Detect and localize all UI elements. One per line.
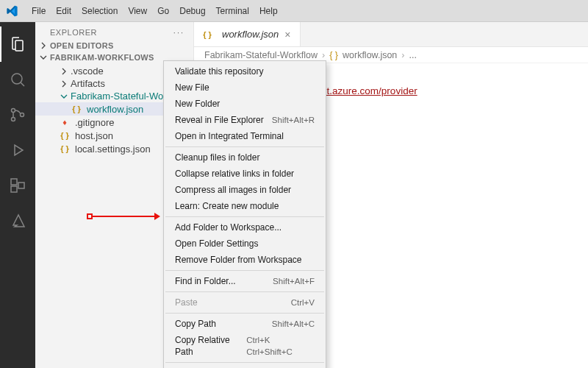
activity-explorer-icon[interactable] (0, 26, 35, 62)
context-menu-label: Cleanup files in folder (175, 152, 259, 163)
json-file-icon: { } (59, 143, 71, 155)
context-menu-label: Copy Path (175, 318, 216, 330)
json-file-icon: { } (71, 103, 82, 115)
git-file-icon: ♦ (59, 116, 71, 128)
context-menu-item[interactable]: Cleanup files in folder (165, 149, 325, 166)
context-menu-label: Reveal in File Explorer (175, 114, 264, 126)
chevron-right-icon (59, 80, 69, 88)
context-menu-item[interactable]: Remove Folder from Workspace (165, 252, 325, 268)
context-menu-label: New Folder (175, 98, 220, 110)
context-menu-shortcut: Ctrl+K Ctrl+Shift+C (246, 334, 315, 358)
chevron-right-icon (59, 68, 69, 75)
context-menu-item[interactable]: Collapse relative links in folder (165, 166, 325, 182)
context-menu-shortcut: Shift+Alt+C (272, 318, 315, 330)
context-menu-shortcut: Shift+Alt+F (273, 275, 315, 287)
context-menu-label: Remove Folder from Workspace (175, 254, 302, 266)
json-file-icon: { } (59, 130, 71, 141)
context-menu-label: New File (175, 82, 209, 93)
context-menu-item[interactable]: Add Folder to Workspace... (165, 219, 325, 236)
menu-help[interactable]: Help (254, 6, 283, 16)
context-menu-item[interactable]: Find in Folder...Shift+Alt+F (165, 273, 325, 289)
activity-extensions-icon[interactable] (0, 168, 35, 203)
sidebar-header: EXPLORER ··· (35, 22, 193, 40)
close-icon[interactable]: × (283, 29, 292, 40)
activity-azure-icon[interactable] (0, 203, 35, 238)
menu-separator (165, 362, 324, 363)
activity-bar (0, 22, 35, 368)
context-menu-item[interactable]: Learn: Create new module (165, 198, 325, 214)
svg-rect-5 (11, 186, 17, 192)
context-menu-label: Compress all images in folder (175, 184, 291, 196)
context-menu-label: Collapse relative links in folder (175, 168, 294, 180)
callout-arrow (87, 213, 160, 220)
json-file-icon: { } (201, 29, 213, 40)
folder-context-menu: Validate this repositoryNew FileNew Fold… (163, 60, 326, 368)
svg-point-3 (21, 113, 24, 117)
context-menu-shortcut: Ctrl+V (291, 297, 315, 308)
svg-rect-6 (18, 183, 24, 188)
context-menu-shortcut: Shift+Alt+R (272, 114, 315, 126)
activity-scm-icon[interactable] (0, 97, 35, 132)
menu-file[interactable]: File (26, 6, 51, 16)
context-menu-item[interactable]: Compress all images in folder (165, 182, 325, 198)
context-menu-item[interactable]: Open in Integrated Terminal (165, 128, 325, 144)
context-menu-label: Copy Relative Path (175, 334, 246, 358)
title-bar: File Edit Selection View Go Debug Termin… (0, 0, 588, 22)
menu-debug[interactable]: Debug (174, 6, 210, 16)
context-menu-item[interactable]: Copy PathShift+Alt+C (165, 316, 325, 332)
chevron-down-icon (59, 93, 69, 100)
open-editors-section[interactable]: OPEN EDITORS (35, 40, 193, 52)
tab-workflow[interactable]: { } workflow.json × (194, 22, 301, 46)
menu-separator (165, 270, 324, 271)
chevron-right-icon: › (401, 50, 404, 60)
context-menu-label: Find in Folder... (175, 275, 236, 287)
context-menu-item[interactable]: Deploy to Logic App... (165, 365, 325, 368)
context-menu-item: PasteCtrl+V (165, 294, 325, 311)
json-file-icon: { } (329, 50, 338, 60)
svg-rect-4 (11, 179, 17, 185)
svg-point-1 (12, 109, 15, 113)
chevron-down-icon (38, 54, 49, 61)
context-menu-item[interactable]: Validate this repository (165, 63, 325, 79)
context-menu-label: Add Folder to Workspace... (175, 222, 282, 233)
context-menu-label: Open in Integrated Terminal (175, 130, 284, 142)
activity-debug-icon[interactable] (0, 132, 35, 168)
context-menu-item[interactable]: New Folder (165, 96, 325, 112)
context-menu-item[interactable]: New File (165, 79, 325, 96)
context-menu-label: Open Folder Settings (175, 238, 258, 250)
context-menu-label: Learn: Create new module (175, 200, 279, 212)
menu-go[interactable]: Go (152, 6, 174, 16)
activity-search-icon[interactable] (0, 62, 35, 97)
menu-separator (165, 291, 324, 292)
menu-view[interactable]: View (123, 6, 152, 16)
svg-point-0 (12, 74, 22, 84)
sidebar-title: EXPLORER (50, 28, 97, 37)
context-menu-item[interactable]: Copy Relative PathCtrl+K Ctrl+Shift+C (165, 332, 325, 360)
context-menu-label: Validate this repository (175, 66, 264, 77)
context-menu-item[interactable]: Reveal in File ExplorerShift+Alt+R (165, 112, 325, 128)
chevron-right-icon: › (322, 50, 325, 60)
editor-tabs: { } workflow.json × (194, 22, 588, 47)
chevron-right-icon (38, 42, 49, 49)
vscode-logo-icon (6, 5, 18, 17)
menu-separator (165, 146, 324, 147)
context-menu-label: Paste (175, 297, 198, 308)
svg-point-2 (12, 118, 15, 121)
menu-selection[interactable]: Selection (76, 6, 123, 16)
sidebar-more-icon[interactable]: ··· (173, 28, 184, 37)
menu-terminal[interactable]: Terminal (211, 6, 254, 16)
context-menu-item[interactable]: Open Folder Settings (165, 236, 325, 252)
menu-edit[interactable]: Edit (51, 6, 76, 16)
menu-separator (165, 313, 324, 314)
menu-separator (165, 216, 324, 217)
